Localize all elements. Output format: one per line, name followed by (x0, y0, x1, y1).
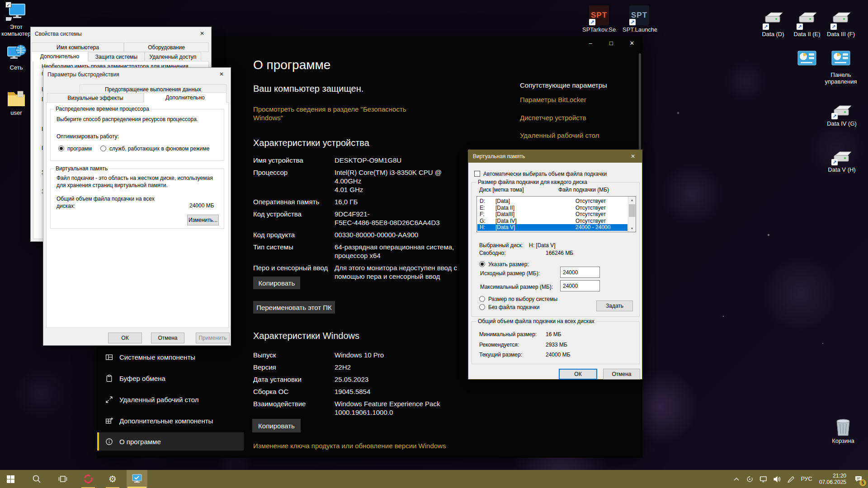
desktop-icon-spt-server[interactable]: SPT ↗ SPTarkov.Se... (582, 5, 617, 33)
desktop-icon-recycle-bin[interactable]: Корзина (826, 417, 860, 444)
tab-system-protection[interactable]: Защита системы (88, 52, 145, 61)
max-size-input[interactable] (560, 280, 600, 291)
scroll-up-icon[interactable]: ▲ (628, 197, 636, 203)
action-center-button[interactable]: 5 (851, 470, 866, 488)
listbox-scrollbar[interactable]: ▲ ▼ (628, 197, 636, 232)
device-specs-table: Имя устройстваDESKTOP-O9M1G8U ПроцессорI… (253, 156, 466, 284)
tab-hardware[interactable]: Оборудование (124, 42, 209, 52)
radio-background-services[interactable] (100, 145, 106, 151)
desktop-icon-data-d[interactable]: ↗ Data (D) (756, 10, 790, 38)
bitlocker-link[interactable]: Параметры BitLocker (520, 95, 586, 104)
desktop-icon-data-iii[interactable]: ↗ Data III (F) (824, 10, 858, 38)
pagefile-row[interactable]: D:[Data]Отсутствует (477, 198, 627, 205)
task-view-button[interactable] (52, 470, 73, 488)
security-details-link[interactable]: Просмотреть сведения в разделе "Безопасн… (253, 105, 406, 122)
rename-pc-button[interactable]: Переименовать этот ПК (253, 301, 335, 314)
ok-button[interactable]: ОК (108, 333, 142, 343)
pagefile-row[interactable]: F:[DataIII]Отсутствует (477, 211, 627, 218)
tray-chevron-button[interactable] (731, 470, 742, 488)
dialog-title: Виртуальная память (473, 153, 525, 160)
desktop-icon-control-panel[interactable]: Панель управления (824, 51, 858, 85)
close-icon[interactable]: ✕ (624, 150, 642, 163)
maximize-button[interactable]: □ (601, 36, 622, 51)
taskbar-app-system-properties[interactable] (127, 470, 147, 488)
language-indicator[interactable]: РУС (798, 470, 815, 488)
taskbar-app-opera[interactable] (78, 470, 99, 488)
sidebar-item-about[interactable]: О программе (97, 432, 244, 450)
spec-row: ПроцессорIntel(R) Core(TM) i3-8350K CPU … (253, 168, 466, 194)
desktop-icon-label: Панель управления (824, 71, 858, 85)
drive-icon: ↗ (830, 10, 851, 30)
radio-custom-size[interactable] (479, 261, 485, 267)
copy-device-specs-button[interactable]: Копировать (253, 277, 300, 289)
cancel-button[interactable]: Отмена (603, 369, 640, 380)
cpu-optimize-label: Оптимизировать работу: (57, 133, 119, 140)
pagefile-row[interactable]: G:[Data IV]Отсутствует (477, 218, 627, 225)
pagefile-listbox[interactable]: D:[Data]Отсутствует E:[Data II]Отсутству… (476, 196, 636, 232)
set-button[interactable]: Задать (596, 300, 633, 311)
sidebar-item-remote-desktop[interactable]: Удаленный рабочий стол (97, 390, 244, 408)
radio-no-pagefile[interactable] (479, 304, 485, 310)
cancel-button[interactable]: Отмена (151, 333, 184, 343)
initial-size-input[interactable] (560, 267, 600, 278)
radio-programs[interactable] (58, 145, 64, 151)
auto-manage-label: Автоматически выбирать объем файла подка… (483, 170, 607, 178)
desktop-icon-control-panel-plain[interactable] (790, 51, 824, 70)
shortcut-arrow-icon: ↗ (830, 23, 837, 30)
desktop-icon-this-pc[interactable]: ✓ Этот компьютер (0, 3, 33, 37)
auto-manage-checkbox[interactable] (474, 171, 480, 177)
desktop-icon-network[interactable]: Сеть (0, 43, 33, 71)
pagefile-row-selected[interactable]: H:[Data V]24000 - 24000 (477, 224, 627, 231)
pagefile-row[interactable]: E:[Data II]Отсутствует (477, 205, 627, 211)
minimize-button[interactable]: – (580, 36, 601, 51)
selection-checkbox[interactable]: ✓ (5, 2, 11, 8)
shortcut-arrow-icon: ↗ (831, 113, 838, 119)
desktop-icon-data-ii[interactable]: ↗ Data II (E) (790, 10, 824, 38)
product-key-link[interactable]: Изменение ключа продукта или обновление … (253, 441, 446, 450)
info-icon (105, 438, 113, 446)
dialog-titlebar: Виртуальная память (468, 150, 642, 163)
radio-system-managed[interactable] (479, 296, 485, 302)
page-title: О программе (253, 58, 330, 72)
network-icon (6, 43, 27, 63)
search-button[interactable] (26, 470, 47, 488)
device-manager-link[interactable]: Диспетчер устройств (520, 113, 586, 122)
sidebar-item-optional-features[interactable]: Дополнительные компоненты (97, 412, 244, 430)
ok-button[interactable]: ОК (559, 369, 597, 380)
desktop-icon-label: Data (D) (756, 31, 790, 38)
tray-volume-button[interactable] (771, 470, 783, 488)
tab-remote[interactable]: Удаленный доступ (145, 52, 201, 61)
scroll-down-icon[interactable]: ▼ (628, 225, 636, 232)
close-button[interactable]: ✕ (622, 36, 642, 51)
apply-button[interactable]: Применить (196, 333, 230, 343)
drive-icon: ↗ (797, 10, 817, 30)
tray-pen-button[interactable] (785, 470, 797, 488)
spec-row: Имя устройстваDESKTOP-O9M1G8U (253, 156, 466, 164)
remote-desktop-link[interactable]: Удаленный рабочий стол (520, 131, 599, 140)
tab-visual-effects[interactable]: Визуальные эффекты (47, 93, 144, 103)
scroll-thumb[interactable] (629, 204, 635, 217)
drive-icon: ↗ (831, 149, 852, 165)
desktop-icon-label: user (0, 109, 33, 116)
close-icon[interactable]: ✕ (193, 27, 211, 40)
spec-row: ВыпускWindows 10 Pro (253, 351, 466, 359)
sidebar-item-system-components[interactable]: Системные компоненты (97, 348, 244, 366)
sidebar-item-label: Буфер обмена (119, 375, 165, 382)
desktop-icon-user-folder[interactable]: user (0, 89, 33, 116)
change-button[interactable]: Изменить... (187, 215, 219, 225)
sidebar-item-clipboard[interactable]: Буфер обмена (97, 369, 244, 387)
tray-record-button[interactable] (744, 470, 756, 488)
taskbar-app-settings[interactable]: ⚙ (102, 470, 123, 488)
tab-computer-name[interactable]: Имя компьютера (32, 42, 124, 52)
copy-windows-specs-button[interactable]: Копировать (252, 419, 301, 432)
clock[interactable]: 21:20 07.06.2025 (816, 473, 849, 485)
tab-advanced[interactable]: Дополнительно (31, 51, 88, 61)
tray-network-button[interactable] (758, 470, 769, 488)
desktop-icon-data-iv[interactable]: ↗ Data IV (G) (825, 103, 859, 127)
close-icon[interactable]: ✕ (212, 68, 231, 80)
recycle-bin-icon (833, 417, 854, 436)
start-button[interactable] (0, 470, 21, 488)
desktop-icon-data-v[interactable]: ↗ Data V (H) (825, 149, 859, 173)
tab-advanced[interactable]: Дополнительно (144, 92, 226, 103)
desktop-icon-spt-launcher[interactable]: SPT ↗ SPT.Launcher (623, 5, 657, 33)
